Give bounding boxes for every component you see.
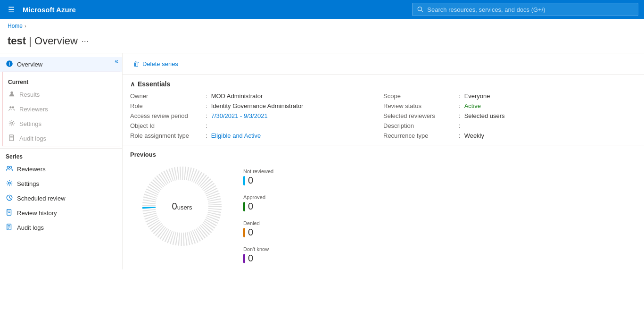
sidebar-item-settings-current-label: Settings bbox=[19, 120, 41, 127]
sidebar-item-scheduled-review-label: Scheduled review bbox=[17, 195, 66, 202]
essentials-label-assignment-type: Role assignment type bbox=[130, 132, 206, 139]
essentials-colon-period: : bbox=[206, 112, 207, 119]
essentials-row-objectid: Object Id : bbox=[130, 122, 383, 129]
clock-icon bbox=[6, 194, 13, 202]
legend-approved-value-row: 0 bbox=[243, 201, 273, 212]
essentials-value-status: Active bbox=[464, 102, 481, 109]
essentials-row-assignment-type: Role assignment type : Eligible and Acti… bbox=[130, 132, 383, 139]
sidebar-item-auditlogs-current-label: Audit logs bbox=[19, 135, 46, 142]
hamburger-icon[interactable]: ☰ bbox=[6, 5, 17, 14]
legend-dont-know-value-row: 0 bbox=[243, 253, 273, 264]
legend-approved-label: Approved bbox=[243, 194, 273, 200]
sidebar-item-reviewers-series[interactable]: Reviewers bbox=[0, 162, 122, 176]
svg-point-6 bbox=[12, 106, 14, 108]
essentials-row-recurrence: Recurrence type : Weekly bbox=[383, 132, 636, 139]
essentials-value-assignment-type: Eligible and Active bbox=[211, 132, 261, 139]
svg-line-17 bbox=[9, 198, 11, 199]
svg-point-14 bbox=[8, 182, 10, 184]
svg-point-5 bbox=[9, 106, 11, 108]
essentials-right-col: Scope : Everyone Review status : Active … bbox=[383, 92, 636, 139]
series-section-label: Series bbox=[0, 148, 122, 162]
essentials-label-objectid: Object Id bbox=[130, 122, 206, 129]
essentials-value-selected-reviewers: Selected users bbox=[464, 112, 505, 119]
info-icon: i bbox=[6, 60, 13, 68]
legend-dont-know: Don't know 0 bbox=[243, 246, 273, 264]
svg-point-12 bbox=[7, 166, 9, 168]
donut-chart: 0users bbox=[140, 164, 224, 249]
legend-not-reviewed: Not reviewed 0 bbox=[243, 168, 273, 186]
legend-dont-know-label: Don't know bbox=[243, 246, 273, 252]
page-title-more-button[interactable]: ··· bbox=[82, 36, 89, 46]
essentials-colon-status: : bbox=[459, 102, 461, 109]
essentials-header[interactable]: ∧ Essentials bbox=[130, 80, 636, 88]
right-content: 🗑 Delete series ∧ Essentials Owner : bbox=[123, 53, 644, 269]
sidebar-item-auditlogs-series[interactable]: Audit logs bbox=[0, 220, 122, 235]
essentials-label-scope: Scope bbox=[383, 92, 459, 100]
page-title-resource: test bbox=[8, 35, 26, 47]
essentials-label-owner: Owner bbox=[130, 92, 206, 100]
essentials-row-role: Role : Identity Governance Administrator bbox=[130, 102, 383, 109]
people-icon bbox=[8, 105, 16, 113]
essentials-row-description: Description : bbox=[383, 122, 636, 129]
sidebar-item-auditlogs-current: Audit logs bbox=[2, 131, 120, 146]
delete-series-button[interactable]: 🗑 Delete series bbox=[130, 58, 181, 69]
essentials-colon-recurrence: : bbox=[459, 132, 461, 139]
donut-center-label: users bbox=[177, 204, 192, 211]
sidebar-item-scheduled-review[interactable]: Scheduled review bbox=[0, 191, 122, 206]
page-title-bar: test | Overview ··· bbox=[0, 33, 644, 53]
essentials-colon-description: : bbox=[459, 122, 461, 129]
essentials-colon-selected-reviewers: : bbox=[459, 112, 461, 119]
current-section: Current Results Reviewers bbox=[2, 72, 120, 146]
page-title-section: Overview bbox=[34, 35, 78, 47]
log-current-icon bbox=[8, 134, 16, 142]
essentials-row-status: Review status : Active bbox=[383, 102, 636, 109]
sidebar-item-settings-series[interactable]: Settings bbox=[0, 176, 122, 191]
legend-dont-know-bar bbox=[243, 254, 245, 263]
legend-not-reviewed-bar bbox=[243, 176, 245, 185]
essentials-label-description: Description bbox=[383, 122, 459, 129]
svg-line-1 bbox=[421, 10, 423, 12]
audit-log-icon bbox=[6, 224, 13, 232]
legend-denied-label: Denied bbox=[243, 220, 273, 226]
page-title-pipe: | bbox=[29, 35, 34, 47]
essentials-colon-objectid: : bbox=[206, 122, 207, 129]
essentials-value-owner: MOD Administrator bbox=[211, 92, 263, 100]
essentials-colon-assignment-type: : bbox=[206, 132, 207, 139]
sidebar-item-settings-series-label: Settings bbox=[17, 180, 39, 187]
essentials-collapse-icon: ∧ bbox=[130, 80, 135, 88]
azure-logo: Microsoft Azure bbox=[23, 6, 406, 14]
essentials-colon-scope: : bbox=[459, 92, 461, 100]
gear-current-icon bbox=[8, 120, 16, 128]
sidebar-item-reviewers-series-label: Reviewers bbox=[17, 166, 46, 173]
essentials-grid: Owner : MOD Administrator Role : Identit… bbox=[130, 92, 636, 139]
sidebar-item-overview[interactable]: i Overview bbox=[0, 57, 122, 72]
previous-section: Previous 0users bbox=[123, 145, 644, 269]
legend-not-reviewed-value: 0 bbox=[248, 175, 253, 186]
sidebar-item-review-history[interactable]: Review history bbox=[0, 206, 122, 220]
essentials-value-recurrence: Weekly bbox=[464, 132, 484, 139]
essentials-value-period: 7/30/2021 - 9/3/2021 bbox=[211, 112, 268, 119]
legend-denied-bar bbox=[243, 228, 245, 237]
breadcrumb: Home › bbox=[0, 19, 644, 33]
sidebar-item-settings-current: Settings bbox=[2, 117, 120, 131]
topbar: ☰ Microsoft Azure bbox=[0, 0, 644, 19]
breadcrumb-home[interactable]: Home bbox=[8, 23, 23, 29]
search-bar[interactable] bbox=[412, 3, 638, 16]
svg-text:i: i bbox=[9, 62, 10, 67]
delete-series-label: Delete series bbox=[142, 60, 178, 67]
book-icon bbox=[6, 209, 13, 217]
sidebar-item-review-history-label: Review history bbox=[17, 209, 57, 217]
chart-legend: Not reviewed 0 Approved 0 bbox=[243, 164, 273, 264]
essentials-colon-owner: : bbox=[206, 92, 207, 100]
essentials-row-scope: Scope : Everyone bbox=[383, 92, 636, 100]
essentials-label-selected-reviewers: Selected reviewers bbox=[383, 112, 459, 119]
essentials-label-status: Review status bbox=[383, 102, 459, 109]
sidebar-item-overview-label: Overview bbox=[17, 61, 42, 68]
donut-center-text: 0users bbox=[172, 201, 192, 212]
search-input[interactable] bbox=[427, 6, 633, 13]
essentials-label-period: Access review period bbox=[130, 112, 206, 119]
sidebar-item-reviewers-current-label: Reviewers bbox=[19, 106, 48, 113]
legend-not-reviewed-value-row: 0 bbox=[243, 175, 273, 186]
svg-point-0 bbox=[418, 7, 421, 11]
sidebar-collapse-button[interactable]: « bbox=[115, 57, 118, 65]
